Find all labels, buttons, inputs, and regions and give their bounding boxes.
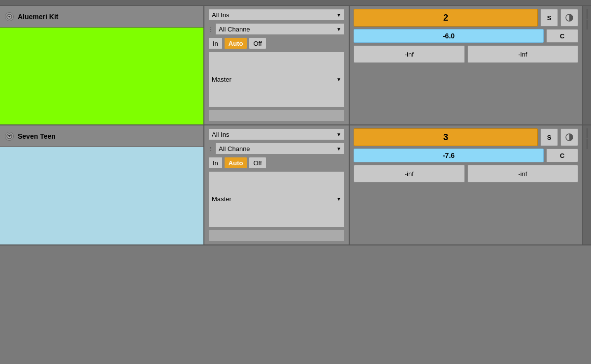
- track-controls-aluemeri: All Ins ▼ ⋮ All Channe ▼ In Auto Off Mas…: [204, 6, 350, 124]
- monitor-in-button-seventeen[interactable]: In: [208, 157, 223, 169]
- track-name-panel-seventeen: Seven Teen: [0, 125, 204, 244]
- track-header-aluemeri: Aluemeri Kit: [0, 6, 203, 28]
- track-meters-aluemeri: 2 S -6.0 C -inf -inf: [350, 6, 582, 124]
- mono-button-aluemeri[interactable]: [560, 9, 578, 27]
- track-header-seventeen: Seven Teen: [0, 125, 203, 147]
- track-color-block-aluemeri: [0, 28, 203, 124]
- top-bar: [0, 0, 591, 6]
- main-container: Aluemeri Kit All Ins ▼ ⋮ All Channe ▼: [0, 0, 591, 364]
- monitor-row-seventeen: In Auto Off: [208, 157, 345, 169]
- empty-bar-aluemeri: [208, 110, 345, 121]
- monitor-row-aluemeri: In Auto Off: [208, 37, 345, 49]
- volume-button-aluemeri[interactable]: 2: [354, 9, 538, 27]
- meter-volume-row-aluemeri: 2 S: [354, 9, 578, 27]
- send-dropdown-seventeen[interactable]: Master ▼: [208, 171, 345, 227]
- collapse-button-seventeen[interactable]: [5, 132, 14, 141]
- solo-button-seventeen[interactable]: S: [540, 128, 558, 146]
- scrollbar-aluemeri[interactable]: [582, 6, 591, 124]
- monitor-off-button-seventeen[interactable]: Off: [249, 157, 266, 169]
- scrollbar-seventeen[interactable]: [582, 125, 591, 244]
- channel-row-aluemeri: ⋮ All Channe ▼: [208, 23, 345, 35]
- volume-button-seventeen[interactable]: 3: [354, 128, 538, 146]
- meter-volume-row-seventeen: 3 S: [354, 128, 578, 146]
- mono-button-seventeen[interactable]: [560, 128, 578, 146]
- crossfade-button-seventeen[interactable]: C: [546, 149, 578, 162]
- monitor-auto-button-aluemeri[interactable]: Auto: [224, 37, 248, 49]
- channel-dropdown-seventeen[interactable]: All Channe ▼: [215, 143, 345, 154]
- monitor-off-button-aluemeri[interactable]: Off: [249, 37, 266, 49]
- inf2-button-seventeen[interactable]: -inf: [467, 165, 579, 182]
- inf-row-seventeen: -inf -inf: [354, 165, 578, 182]
- channel-row-seventeen: ⋮ All Channe ▼: [208, 143, 345, 154]
- empty-bar-seventeen: [208, 230, 345, 242]
- bottom-space: [0, 245, 591, 364]
- input-dropdown-aluemeri[interactable]: All Ins ▼: [208, 9, 345, 21]
- inf1-button-seventeen[interactable]: -inf: [354, 165, 465, 182]
- collapse-button-aluemeri[interactable]: [5, 12, 14, 21]
- monitor-in-button-aluemeri[interactable]: In: [208, 37, 223, 49]
- track-color-block-seventeen: [0, 147, 203, 244]
- track-title-seventeen: Seven Teen: [18, 132, 56, 140]
- pan-button-aluemeri[interactable]: -6.0: [354, 29, 544, 43]
- track-name-panel-aluemeri: Aluemeri Kit: [0, 6, 204, 124]
- track-row-seventeen: Seven Teen All Ins ▼ ⋮ All Channe ▼ In A…: [0, 125, 591, 245]
- inf1-button-aluemeri[interactable]: -inf: [354, 45, 465, 63]
- track-meters-seventeen: 3 S -7.6 C -inf -inf: [350, 125, 582, 244]
- crossfade-button-aluemeri[interactable]: C: [546, 29, 578, 43]
- meter-pan-row-aluemeri: -6.0 C: [354, 29, 578, 43]
- monitor-auto-button-seventeen[interactable]: Auto: [224, 157, 248, 169]
- pan-button-seventeen[interactable]: -7.6: [354, 149, 544, 162]
- send-dropdown-aluemeri[interactable]: Master ▼: [208, 52, 345, 107]
- inf2-button-aluemeri[interactable]: -inf: [467, 45, 579, 63]
- track-row-aluemeri: Aluemeri Kit All Ins ▼ ⋮ All Channe ▼: [0, 6, 591, 125]
- track-controls-seventeen: All Ins ▼ ⋮ All Channe ▼ In Auto Off Mas…: [204, 125, 350, 244]
- input-dropdown-seventeen[interactable]: All Ins ▼: [208, 128, 345, 140]
- track-title-aluemeri: Aluemeri Kit: [18, 13, 58, 21]
- solo-button-aluemeri[interactable]: S: [540, 9, 558, 27]
- meter-pan-row-seventeen: -7.6 C: [354, 149, 578, 162]
- inf-row-aluemeri: -inf -inf: [354, 45, 578, 63]
- channel-dropdown-aluemeri[interactable]: All Channe ▼: [215, 23, 345, 35]
